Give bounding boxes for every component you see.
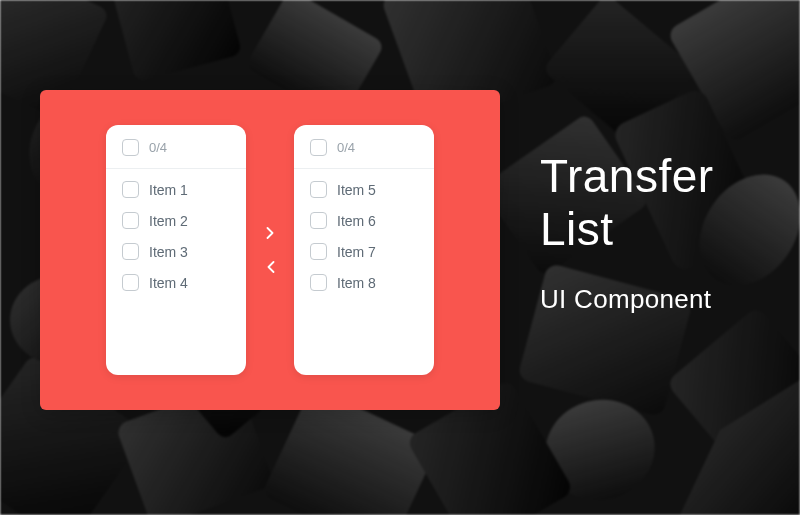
item-checkbox[interactable] (310, 274, 327, 291)
page-title: Transfer List (540, 150, 714, 256)
left-list-body: Item 1 Item 2 Item 3 Item 4 (106, 169, 246, 375)
item-label: Item 4 (149, 275, 188, 291)
right-list-body: Item 5 Item 6 Item 7 Item 8 (294, 169, 434, 375)
item-checkbox[interactable] (122, 243, 139, 260)
item-label: Item 2 (149, 213, 188, 229)
transfer-controls (260, 223, 280, 277)
title-line-2: List (540, 203, 614, 255)
chevron-right-icon (266, 227, 275, 239)
list-item[interactable]: Item 5 (310, 181, 418, 198)
item-label: Item 5 (337, 182, 376, 198)
item-checkbox[interactable] (310, 212, 327, 229)
chevron-left-icon (266, 261, 275, 273)
list-item[interactable]: Item 1 (122, 181, 230, 198)
left-select-all-checkbox[interactable] (122, 139, 139, 156)
list-item[interactable]: Item 7 (310, 243, 418, 260)
move-right-button[interactable] (260, 223, 280, 243)
page-subtitle: UI Component (540, 284, 714, 315)
right-list-count: 0/4 (337, 140, 355, 155)
item-checkbox[interactable] (310, 243, 327, 260)
list-item[interactable]: Item 8 (310, 274, 418, 291)
left-list-count: 0/4 (149, 140, 167, 155)
move-left-button[interactable] (260, 257, 280, 277)
item-label: Item 1 (149, 182, 188, 198)
item-label: Item 7 (337, 244, 376, 260)
list-item[interactable]: Item 6 (310, 212, 418, 229)
title-line-1: Transfer (540, 150, 714, 202)
title-block: Transfer List UI Component (540, 150, 714, 315)
list-item[interactable]: Item 4 (122, 274, 230, 291)
item-checkbox[interactable] (122, 212, 139, 229)
list-item[interactable]: Item 3 (122, 243, 230, 260)
list-item[interactable]: Item 2 (122, 212, 230, 229)
right-select-all-checkbox[interactable] (310, 139, 327, 156)
item-checkbox[interactable] (122, 274, 139, 291)
transfer-list-panel: 0/4 Item 1 Item 2 Item 3 Item 4 (40, 90, 500, 410)
right-list: 0/4 Item 5 Item 6 Item 7 Item 8 (294, 125, 434, 375)
left-list: 0/4 Item 1 Item 2 Item 3 Item 4 (106, 125, 246, 375)
item-checkbox[interactable] (122, 181, 139, 198)
left-list-header: 0/4 (106, 125, 246, 169)
item-label: Item 3 (149, 244, 188, 260)
right-list-header: 0/4 (294, 125, 434, 169)
item-label: Item 6 (337, 213, 376, 229)
item-label: Item 8 (337, 275, 376, 291)
item-checkbox[interactable] (310, 181, 327, 198)
